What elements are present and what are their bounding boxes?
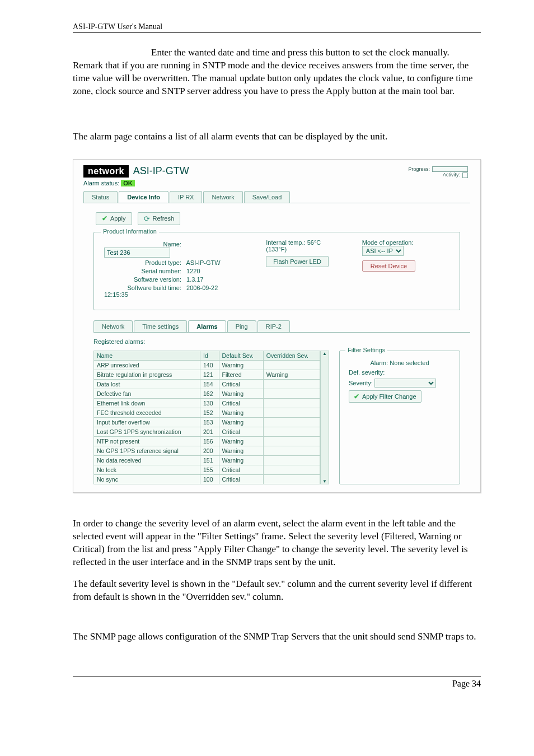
activity-meter: Progress: Activity:: [408, 166, 468, 178]
table-cell: [263, 436, 320, 446]
table-cell: 200: [200, 446, 219, 455]
mode-select[interactable]: ASI <-- IP: [362, 246, 404, 256]
table-row[interactable]: Defective fan162Warning: [94, 389, 320, 398]
apply-button-label: Apply: [110, 215, 126, 222]
table-cell: No data received: [94, 455, 200, 465]
table-cell: Warning: [219, 446, 263, 455]
col-default-sev[interactable]: Default Sev.: [219, 351, 263, 360]
brand-logo: network: [83, 165, 129, 178]
table-cell: NTP not present: [94, 436, 200, 446]
table-cell: Bitrate regulation in progress: [94, 370, 200, 379]
col-id[interactable]: Id: [200, 351, 219, 360]
col-name[interactable]: Name: [94, 351, 200, 360]
table-cell: 152: [200, 408, 219, 417]
swver-label: Software version:: [104, 276, 181, 283]
table-cell: FEC threshold exceeded: [94, 408, 200, 417]
scrollbar[interactable]: ▲ ▼: [320, 351, 329, 484]
table-cell: Warning: [219, 455, 263, 465]
table-cell: 151: [200, 455, 219, 465]
table-cell: [263, 408, 320, 417]
table-cell: 153: [200, 417, 219, 427]
refresh-icon: ⟳: [144, 214, 150, 223]
table-cell: Warning: [263, 370, 320, 379]
mtab-rip2[interactable]: RIP-2: [257, 320, 290, 332]
table-row[interactable]: ARP unresolved140Warning: [94, 360, 320, 370]
paragraph-5: The SNMP page allows configuration of th…: [73, 631, 481, 643]
table-cell: [263, 455, 320, 465]
mtab-ping[interactable]: Ping: [227, 320, 256, 332]
table-cell: 130: [200, 398, 219, 408]
table-cell: No lock: [94, 465, 200, 474]
table-cell: Ethernet link down: [94, 398, 200, 408]
table-cell: Critical: [219, 379, 263, 389]
refresh-button-label: Refresh: [153, 215, 175, 222]
table-row[interactable]: NTP not present156Warning: [94, 436, 320, 446]
mtab-time-settings[interactable]: Time settings: [134, 320, 187, 332]
table-cell: 162: [200, 389, 219, 398]
filter-sev-select[interactable]: [374, 379, 436, 388]
tab-save-load[interactable]: Save/Load: [244, 191, 291, 203]
tab-ip-rx[interactable]: IP RX: [170, 191, 203, 203]
table-cell: ARP unresolved: [94, 360, 200, 370]
scroll-down-icon[interactable]: ▼: [322, 479, 327, 484]
refresh-button[interactable]: ⟳ Refresh: [138, 212, 181, 225]
table-cell: Input buffer overflow: [94, 417, 200, 427]
serial-label: Serial number:: [104, 268, 181, 274]
filter-def-sev-label: Def. severity:: [349, 369, 385, 376]
table-row[interactable]: Bitrate regulation in progress121Filtere…: [94, 370, 320, 379]
apply-button[interactable]: ✔ Apply: [96, 212, 132, 225]
paragraph-2: The alarm page contains a list of all al…: [73, 130, 481, 143]
product-title: ASI-IP-GTW: [133, 165, 189, 177]
table-cell: Filtered: [219, 370, 263, 379]
table-row[interactable]: Lost GPS 1PPS synchronization201Critical: [94, 427, 320, 436]
name-input[interactable]: [104, 248, 170, 258]
mtab-network[interactable]: Network: [93, 320, 133, 332]
table-cell: [263, 360, 320, 370]
table-row[interactable]: Data lost154Critical: [94, 379, 320, 389]
table-cell: Warning: [219, 408, 263, 417]
tab-status[interactable]: Status: [83, 191, 118, 203]
apply-filter-button[interactable]: ✔ Apply Filter Change: [349, 390, 421, 403]
swver-value: 1.3.17: [186, 276, 204, 283]
table-cell: No GPS 1PPS reference signal: [94, 446, 200, 455]
table-cell: Critical: [219, 398, 263, 408]
table-cell: 140: [200, 360, 219, 370]
progress-label: Progress:: [408, 166, 430, 172]
table-row[interactable]: No GPS 1PPS reference signal200Warning: [94, 446, 320, 455]
table-cell: Warning: [219, 360, 263, 370]
footer-rule: [73, 676, 481, 676]
table-cell: Warning: [219, 417, 263, 427]
col-overridden-sev[interactable]: Overridden Sev.: [263, 351, 320, 360]
build-label: Software build time:: [104, 284, 181, 291]
filter-alarm-value: None selected: [390, 360, 429, 366]
table-cell: 155: [200, 465, 219, 474]
scroll-up-icon[interactable]: ▲: [322, 351, 327, 356]
table-cell: 100: [200, 474, 219, 484]
reset-device-button[interactable]: Reset Device: [362, 260, 415, 272]
mtab-alarms[interactable]: Alarms: [188, 320, 226, 332]
registered-alarms-title: Registered alarms:: [93, 338, 470, 345]
mode-label: Mode of operation:: [362, 239, 414, 246]
name-label: Name:: [104, 241, 181, 248]
table-cell: Critical: [219, 474, 263, 484]
table-cell: [263, 417, 320, 427]
tab-network[interactable]: Network: [203, 191, 242, 203]
product-info-fieldset: Product Information Name: Product type: …: [93, 232, 460, 310]
table-cell: Data lost: [94, 379, 200, 389]
table-cell: Defective fan: [94, 389, 200, 398]
table-row[interactable]: Ethernet link down130Critical: [94, 398, 320, 408]
table-row[interactable]: No data received151Warning: [94, 455, 320, 465]
paragraph-4: The default severity level is shown in t…: [73, 578, 481, 604]
filter-alarm-label: Alarm:: [370, 360, 388, 366]
table-cell: 154: [200, 379, 219, 389]
tab-device-info[interactable]: Device Info: [119, 191, 168, 203]
table-row[interactable]: No lock155Critical: [94, 465, 320, 474]
table-cell: No sync: [94, 474, 200, 484]
table-row[interactable]: FEC threshold exceeded152Warning: [94, 408, 320, 417]
table-cell: Critical: [219, 465, 263, 474]
internal-temp: Internal temp.: 56°C (133°F): [266, 239, 338, 253]
table-cell: 121: [200, 370, 219, 379]
flash-led-button[interactable]: Flash Power LED: [266, 256, 329, 267]
table-row[interactable]: Input buffer overflow153Warning: [94, 417, 320, 427]
table-row[interactable]: No sync100Critical: [94, 474, 320, 484]
